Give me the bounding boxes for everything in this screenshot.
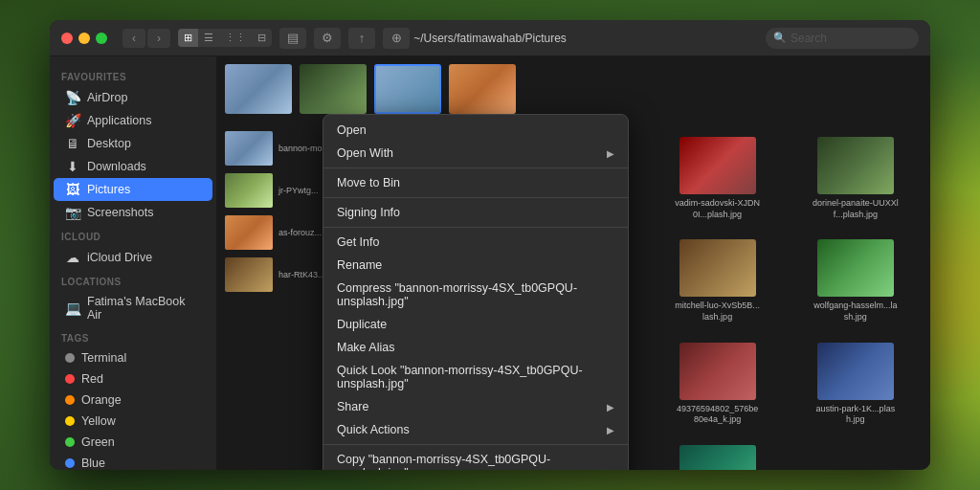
list-item[interactable]: 49376594802_576be80e4a_k.jpg xyxy=(655,339,781,430)
menu-item-label: Rename xyxy=(337,258,382,272)
menu-item-label: Compress "bannon-morrissy-4SX_tb0GPQU-un… xyxy=(337,281,614,308)
menu-item-compress[interactable]: Compress "bannon-morrissy-4SX_tb0GPQU-un… xyxy=(323,277,628,313)
list-item[interactable]: austin-park-1K...plash.jpg xyxy=(792,339,919,430)
file-name: wolfgang-hasselm...lash.jpg xyxy=(813,301,899,323)
title-bar: ‹ › ⊞ ☰ ⋮⋮ ⊟ ▤ ⚙ ↑ ⊕ ~/Users/fatimawahab… xyxy=(50,20,930,56)
menu-item-share[interactable]: Share ▶ xyxy=(323,395,628,418)
sidebar-item-label: Desktop xyxy=(87,137,131,150)
list-item[interactable]: wolfgang-hasselm...lash.jpg xyxy=(792,235,919,326)
pictures-icon: 🖼 xyxy=(65,182,80,197)
file-thumb xyxy=(679,239,756,297)
menu-item-label: Signing Info xyxy=(337,206,400,219)
menu-separator xyxy=(323,167,628,168)
menu-item-open-with[interactable]: Open With ▶ xyxy=(323,142,628,165)
maximize-button[interactable] xyxy=(96,33,107,44)
sidebar-item-pictures[interactable]: 🖼 Pictures xyxy=(54,178,212,201)
list-item[interactable]: dorinel-panaite-UUXXlf...plash.jpg xyxy=(792,133,919,224)
file-name: vadim-sadovski-XJDN0I...plash.jpg xyxy=(675,198,761,220)
finder-window: ‹ › ⊞ ☰ ⋮⋮ ⊟ ▤ ⚙ ↑ ⊕ ~/Users/fatimawahab… xyxy=(50,20,930,470)
file-name: as-forouz... xyxy=(278,228,322,238)
sidebar-item-macbook[interactable]: 💻 Fatima's MacBook Air xyxy=(54,291,212,325)
sidebar-item-tag-orange[interactable]: Orange xyxy=(54,390,212,411)
forward-button[interactable]: › xyxy=(147,29,170,48)
menu-item-quick-actions[interactable]: Quick Actions ▶ xyxy=(323,418,628,441)
sidebar-item-tag-blue[interactable]: Blue xyxy=(54,453,212,470)
macbook-icon: 💻 xyxy=(65,301,80,316)
action-button[interactable]: ⚙ xyxy=(314,28,341,49)
file-thumb xyxy=(225,215,273,250)
sidebar-item-airdrop[interactable]: 📡 AirDrop xyxy=(54,86,212,109)
share-button[interactable]: ↑ xyxy=(348,28,375,49)
minimize-button[interactable] xyxy=(78,33,90,44)
sidebar-item-label: Red xyxy=(81,372,103,386)
search-icon: 🔍 xyxy=(773,32,787,44)
sidebar-item-icloud-drive[interactable]: ☁ iCloud Drive xyxy=(54,246,212,269)
sidebar-item-label: Pictures xyxy=(87,183,130,196)
list-item[interactable] xyxy=(655,441,781,470)
search-bar[interactable]: 🔍 Search xyxy=(766,28,919,49)
top-thumbnail-row xyxy=(217,56,930,122)
back-button[interactable]: ‹ xyxy=(122,29,145,48)
list-view-button[interactable]: ☰ xyxy=(198,29,219,47)
menu-item-duplicate[interactable]: Duplicate xyxy=(323,313,628,336)
group-button[interactable]: ▤ xyxy=(279,28,306,49)
sidebar-item-screenshots[interactable]: 📷 Screenshots xyxy=(54,201,212,224)
sidebar-item-tag-yellow[interactable]: Yellow xyxy=(54,411,212,432)
sidebar-item-desktop[interactable]: 🖥 Desktop xyxy=(54,132,212,155)
file-name: har-RtK43... xyxy=(278,270,325,280)
main-content: Favourites 📡 AirDrop 🚀 Applications 🖥 De… xyxy=(50,56,930,470)
file-thumb xyxy=(225,257,273,292)
menu-item-move-to-bin[interactable]: Move to Bin xyxy=(323,171,628,194)
menu-item-open[interactable]: Open xyxy=(323,119,628,142)
view-buttons: ⊞ ☰ ⋮⋮ ⊟ xyxy=(178,29,272,47)
toolbar-right: 🔍 Search xyxy=(766,28,919,49)
cover-view-button[interactable]: ⊟ xyxy=(252,29,272,47)
file-thumb xyxy=(817,239,894,297)
menu-separator xyxy=(323,197,628,198)
menu-item-label: Duplicate xyxy=(337,318,387,331)
menu-item-label: Move to Bin xyxy=(337,176,400,189)
search-placeholder: Search xyxy=(791,32,827,45)
screenshots-icon: 📷 xyxy=(65,205,80,220)
icloud-section-title: iCloud xyxy=(50,224,216,246)
context-menu: Open Open With ▶ Move to Bin Signing Inf… xyxy=(323,114,629,470)
sidebar-item-tag-green[interactable]: Green xyxy=(54,432,212,453)
sidebar-item-applications[interactable]: 🚀 Applications xyxy=(54,109,212,132)
menu-item-copy[interactable]: Copy "bannon-morrissy-4SX_tb0GPQU-unspla… xyxy=(323,448,628,470)
grid-view-button[interactable]: ⊞ xyxy=(178,29,198,47)
top-thumb-1[interactable] xyxy=(225,64,292,114)
traffic-lights xyxy=(61,33,107,44)
sidebar-item-label: Fatima's MacBook Air xyxy=(87,295,201,322)
desktop-icon: 🖥 xyxy=(65,136,80,151)
sidebar-item-tag-red[interactable]: Red xyxy=(54,368,212,390)
list-item[interactable]: vadim-sadovski-XJDN0I...plash.jpg xyxy=(655,133,781,224)
close-button[interactable] xyxy=(61,33,73,44)
blue-tag-dot xyxy=(65,458,75,468)
list-item[interactable]: mitchell-luo-XvSb5B...lash.jpg xyxy=(655,235,781,326)
sidebar-item-label: Green xyxy=(81,435,115,449)
file-name: jr-PYwtg... xyxy=(278,186,319,196)
sidebar: Favourites 📡 AirDrop 🚀 Applications 🖥 De… xyxy=(50,56,217,470)
menu-separator xyxy=(323,227,628,228)
file-thumb xyxy=(679,445,756,470)
submenu-arrow-icon: ▶ xyxy=(607,425,614,435)
top-thumb-4[interactable] xyxy=(449,64,516,114)
menu-item-get-info[interactable]: Get Info xyxy=(323,231,628,254)
sidebar-item-label: Yellow xyxy=(81,414,116,428)
top-thumb-2[interactable] xyxy=(300,64,367,114)
menu-item-signing-info[interactable]: Signing Info xyxy=(323,201,628,224)
sidebar-item-label: Downloads xyxy=(87,160,146,173)
file-thumb xyxy=(225,131,273,166)
window-title: ~/Users/fatimawahab/Pictures xyxy=(413,32,567,45)
tag-button[interactable]: ⊕ xyxy=(383,28,410,49)
menu-item-label: Quick Look "bannon-morrissy-4SX_tb0GPQU-… xyxy=(337,364,614,390)
menu-item-rename[interactable]: Rename xyxy=(323,254,628,277)
menu-separator xyxy=(323,444,628,445)
file-name: austin-park-1K...plash.jpg xyxy=(813,404,899,426)
menu-item-quick-look[interactable]: Quick Look "bannon-morrissy-4SX_tb0GPQU-… xyxy=(323,359,628,395)
menu-item-make-alias[interactable]: Make Alias xyxy=(323,336,628,359)
columns-view-button[interactable]: ⋮⋮ xyxy=(219,29,252,47)
top-thumb-3[interactable] xyxy=(374,64,441,114)
sidebar-item-tag-terminal[interactable]: Terminal xyxy=(54,347,212,368)
sidebar-item-downloads[interactable]: ⬇ Downloads xyxy=(54,155,212,178)
